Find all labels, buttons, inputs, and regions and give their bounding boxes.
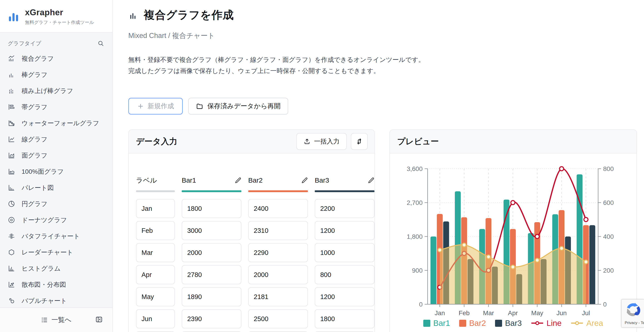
sidebar-item-line-chart[interactable]: 線グラフ bbox=[7, 131, 105, 147]
description-line-2: 完成したグラフは画像で保存したり、ウェブ上に一時保存・公開することもできます。 bbox=[128, 65, 644, 76]
sidebar-item-label: ドーナツグラフ bbox=[22, 216, 67, 224]
sidebar-item-pie-chart[interactable]: 円グラフ bbox=[7, 196, 105, 212]
sidebar-item-histogram-chart[interactable]: ヒストグラム bbox=[7, 260, 105, 276]
sidebar-item-combo-chart[interactable]: 複合グラフ bbox=[7, 51, 105, 67]
page-title-icon bbox=[128, 10, 138, 20]
logo[interactable]: xGrapher 無料グラフ・チャート作成ツール bbox=[0, 0, 112, 32]
action-buttons: 新規作成 保存済みデータから再開 bbox=[128, 98, 644, 115]
value-input[interactable]: 2000 bbox=[248, 265, 308, 284]
scatter-chart-icon bbox=[8, 281, 15, 288]
label-input[interactable]: Jun bbox=[136, 309, 175, 328]
transpose-button[interactable] bbox=[351, 133, 368, 150]
area-100-chart-icon bbox=[8, 168, 15, 175]
value-input[interactable]: 1800 bbox=[315, 309, 374, 328]
mixed-chart: 09001,8002,7003,6000200400600800JanFebMa… bbox=[390, 153, 636, 332]
legend-label: Bar3 bbox=[505, 318, 522, 328]
resume-button[interactable]: 保存済みデータから再開 bbox=[188, 98, 288, 115]
sidebar-item-bubble-chart[interactable]: バブルチャート bbox=[7, 293, 105, 307]
svg-text:Jun: Jun bbox=[556, 309, 566, 316]
column-color-bar bbox=[248, 190, 308, 192]
value-input[interactable]: 800 bbox=[315, 265, 374, 284]
value-input[interactable]: 2390 bbox=[182, 309, 242, 328]
sidebar-item-label: 散布図・分布図 bbox=[22, 280, 66, 289]
page-title: 複合グラフを作成 bbox=[144, 8, 234, 22]
column-color-bar bbox=[315, 190, 374, 192]
new-button[interactable]: 新規作成 bbox=[128, 98, 183, 115]
table-header-row: ラベルBar1Bar2Bar3 bbox=[136, 175, 374, 192]
sidebar-item-stacked-bar-chart[interactable]: 積み上げ棒グラフ bbox=[7, 83, 105, 99]
edit-series-icon[interactable] bbox=[368, 177, 374, 184]
sidebar-item-area-chart[interactable]: 面グラフ bbox=[7, 147, 105, 163]
label-input[interactable]: Feb bbox=[136, 221, 175, 240]
sidebar-item-pareto-chart[interactable]: パレート図 bbox=[7, 180, 105, 196]
value-input[interactable]: 1000 bbox=[315, 243, 374, 262]
svg-text:1,800: 1,800 bbox=[407, 233, 422, 240]
sidebar-item-scatter-chart[interactable]: 散布図・分布図 bbox=[7, 276, 105, 293]
logo-icon bbox=[7, 10, 20, 23]
svg-text:Feb: Feb bbox=[459, 309, 470, 316]
folder-icon bbox=[196, 103, 203, 110]
line-chart-icon bbox=[8, 135, 15, 143]
column-label: Bar2 bbox=[248, 177, 262, 184]
sidebar-item-radar-chart[interactable]: レーダーチャート bbox=[7, 244, 105, 260]
bulk-input-label: 一括入力 bbox=[314, 137, 340, 146]
upload-icon bbox=[304, 138, 310, 145]
edit-series-icon[interactable] bbox=[301, 177, 308, 184]
sidebar-item-area-100-chart[interactable]: 100%面グラフ bbox=[7, 163, 105, 180]
legend-swatch bbox=[495, 320, 502, 327]
chart-legend: Bar1Bar2Bar3LineArea bbox=[390, 318, 636, 328]
collapse-sidebar-button[interactable] bbox=[95, 316, 103, 324]
edit-series-icon[interactable] bbox=[234, 177, 242, 184]
column-label: Bar1 bbox=[182, 177, 196, 184]
value-input[interactable]: 1800 bbox=[182, 199, 242, 218]
sidebar-item-bar-chart[interactable]: 棒グラフ bbox=[7, 67, 105, 83]
sidebar-item-label: 複合グラフ bbox=[22, 54, 54, 63]
svg-text:200: 200 bbox=[603, 267, 614, 274]
table-row: Jan180024002200 bbox=[136, 199, 374, 218]
value-input[interactable]: 2500 bbox=[248, 309, 308, 328]
sidebar-item-waterfall-chart[interactable]: ウォーターフォールグラフ bbox=[7, 115, 105, 131]
value-input[interactable]: 3000 bbox=[182, 221, 242, 240]
label-input[interactable]: Jan bbox=[136, 199, 175, 218]
sidebar-item-label: 棒グラフ bbox=[22, 71, 48, 79]
legend-item-line[interactable]: Line bbox=[531, 318, 562, 328]
to-list-link[interactable]: 一覧へ bbox=[41, 315, 72, 324]
value-input[interactable]: 1890 bbox=[182, 287, 242, 306]
value-input[interactable]: 2310 bbox=[248, 221, 308, 240]
value-input[interactable]: 2290 bbox=[248, 243, 308, 262]
legend-item-area[interactable]: Area bbox=[571, 318, 603, 328]
value-input[interactable]: 1200 bbox=[315, 221, 374, 240]
preview-panel-title: プレビュー bbox=[397, 136, 439, 147]
label-input[interactable]: May bbox=[136, 287, 175, 306]
pareto-chart-icon bbox=[8, 184, 15, 192]
sidebar-item-label: パレート図 bbox=[22, 184, 54, 192]
sidebar-section-label: グラフタイプ bbox=[8, 40, 41, 47]
table-row: Apr27802000800 bbox=[136, 265, 374, 284]
logo-subtitle: 無料グラフ・チャート作成ツール bbox=[25, 19, 94, 26]
panel-collapse-icon bbox=[95, 316, 103, 323]
column-header-Bar3: Bar3 bbox=[315, 175, 374, 192]
sidebar-item-band-chart[interactable]: 帯グラフ bbox=[7, 99, 105, 115]
bulk-input-button[interactable]: 一括入力 bbox=[296, 133, 347, 150]
legend-item-bar2[interactable]: Bar2 bbox=[459, 318, 486, 328]
svg-text:2,700: 2,700 bbox=[407, 199, 422, 206]
histogram-chart-icon bbox=[8, 265, 15, 272]
preview-panel-header: プレビュー bbox=[390, 130, 636, 153]
value-input[interactable]: 2181 bbox=[248, 287, 308, 306]
value-input[interactable]: 2000 bbox=[182, 243, 242, 262]
recaptcha-badge[interactable]: Privacy - Term bbox=[621, 299, 644, 327]
recaptcha-privacy-terms[interactable]: Privacy - Term bbox=[625, 321, 644, 325]
value-input[interactable]: 2780 bbox=[182, 265, 242, 284]
sidebar-item-butterfly-chart[interactable]: バタフライチャート bbox=[7, 228, 105, 244]
value-input[interactable]: 1200 bbox=[315, 287, 374, 306]
label-input[interactable]: Mar bbox=[136, 243, 175, 262]
sidebar-item-donut-chart[interactable]: ドーナツグラフ bbox=[7, 212, 105, 228]
legend-item-bar1[interactable]: Bar1 bbox=[423, 318, 450, 328]
value-input[interactable]: 2400 bbox=[248, 199, 308, 218]
value-input[interactable]: 2200 bbox=[315, 199, 374, 218]
search-icon[interactable] bbox=[98, 40, 104, 47]
panels-row: データ入力 一括入力 bbox=[128, 129, 644, 332]
legend-item-bar3[interactable]: Bar3 bbox=[495, 318, 522, 328]
label-input[interactable]: Apr bbox=[136, 265, 175, 284]
table-row: Jun239025001800 bbox=[136, 309, 374, 328]
